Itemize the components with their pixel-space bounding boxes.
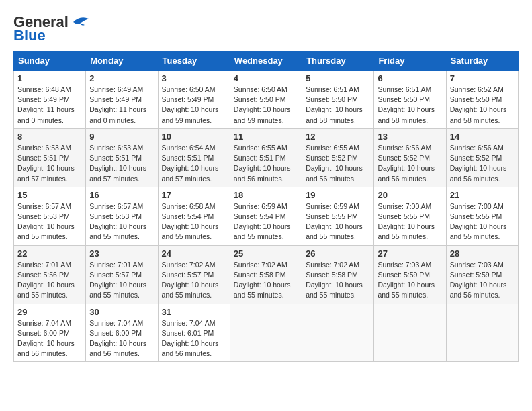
day-number: 19 bbox=[306, 190, 370, 200]
day-number: 7 bbox=[450, 73, 515, 83]
day-number: 10 bbox=[162, 132, 226, 142]
calendar-cell: 15 Sunrise: 6:57 AM Sunset: 5:53 PM Dayl… bbox=[14, 187, 86, 245]
day-info: Sunrise: 6:54 AM Sunset: 5:51 PM Dayligh… bbox=[162, 143, 226, 184]
day-number: 26 bbox=[306, 248, 370, 259]
day-info: Sunrise: 7:01 AM Sunset: 5:56 PM Dayligh… bbox=[17, 260, 82, 301]
calendar-cell: 7 Sunrise: 6:52 AM Sunset: 5:50 PM Dayli… bbox=[446, 71, 518, 129]
calendar-cell: 19 Sunrise: 6:59 AM Sunset: 5:55 PM Dayl… bbox=[302, 187, 374, 245]
day-number: 30 bbox=[89, 307, 154, 317]
day-number: 15 bbox=[17, 190, 82, 200]
calendar-cell: 5 Sunrise: 6:51 AM Sunset: 5:50 PM Dayli… bbox=[302, 71, 374, 129]
calendar-cell: 8 Sunrise: 6:53 AM Sunset: 5:51 PM Dayli… bbox=[14, 128, 86, 187]
calendar-cell: 1 Sunrise: 6:48 AM Sunset: 5:49 PM Dayli… bbox=[14, 71, 86, 129]
calendar-cell: 2 Sunrise: 6:49 AM Sunset: 5:49 PM Dayli… bbox=[86, 71, 158, 129]
day-number: 4 bbox=[234, 73, 298, 83]
week-row-1: 1 Sunrise: 6:48 AM Sunset: 5:49 PM Dayli… bbox=[14, 71, 519, 129]
day-info: Sunrise: 7:00 AM Sunset: 5:55 PM Dayligh… bbox=[378, 201, 442, 242]
day-info: Sunrise: 6:53 AM Sunset: 5:51 PM Dayligh… bbox=[17, 143, 82, 184]
logo-blue-text: Blue bbox=[13, 27, 46, 44]
day-info: Sunrise: 6:59 AM Sunset: 5:54 PM Dayligh… bbox=[234, 201, 298, 242]
calendar-cell: 9 Sunrise: 6:53 AM Sunset: 5:51 PM Dayli… bbox=[86, 128, 158, 187]
day-info: Sunrise: 7:02 AM Sunset: 5:58 PM Dayligh… bbox=[306, 260, 370, 301]
col-header-thursday: Thursday bbox=[302, 52, 374, 71]
calendar-cell: 14 Sunrise: 6:56 AM Sunset: 5:52 PM Dayl… bbox=[446, 128, 518, 187]
day-number: 9 bbox=[89, 132, 154, 142]
calendar-cell: 13 Sunrise: 6:56 AM Sunset: 5:52 PM Dayl… bbox=[374, 128, 446, 187]
calendar-cell: 17 Sunrise: 6:58 AM Sunset: 5:54 PM Dayl… bbox=[158, 187, 230, 245]
day-number: 13 bbox=[378, 132, 442, 142]
calendar-cell: 25 Sunrise: 7:02 AM Sunset: 5:58 PM Dayl… bbox=[230, 245, 302, 304]
calendar-cell bbox=[374, 304, 446, 362]
day-info: Sunrise: 7:04 AM Sunset: 6:01 PM Dayligh… bbox=[162, 318, 226, 359]
day-info: Sunrise: 6:59 AM Sunset: 5:55 PM Dayligh… bbox=[306, 201, 370, 242]
calendar-cell bbox=[446, 304, 518, 362]
day-number: 14 bbox=[450, 132, 515, 142]
day-info: Sunrise: 6:52 AM Sunset: 5:50 PM Dayligh… bbox=[450, 85, 515, 126]
calendar-cell: 12 Sunrise: 6:55 AM Sunset: 5:52 PM Dayl… bbox=[302, 128, 374, 187]
calendar-cell bbox=[302, 304, 374, 362]
logo: General Blue bbox=[13, 13, 90, 44]
calendar-cell bbox=[230, 304, 302, 362]
col-header-sunday: Sunday bbox=[14, 52, 86, 71]
day-info: Sunrise: 6:55 AM Sunset: 5:51 PM Dayligh… bbox=[234, 143, 298, 184]
day-number: 25 bbox=[234, 248, 298, 259]
page-header: General Blue bbox=[13, 13, 519, 44]
day-info: Sunrise: 7:02 AM Sunset: 5:57 PM Dayligh… bbox=[162, 260, 226, 301]
calendar-cell: 10 Sunrise: 6:54 AM Sunset: 5:51 PM Dayl… bbox=[158, 128, 230, 187]
calendar-cell: 26 Sunrise: 7:02 AM Sunset: 5:58 PM Dayl… bbox=[302, 245, 374, 304]
col-header-saturday: Saturday bbox=[446, 52, 518, 71]
day-info: Sunrise: 7:03 AM Sunset: 5:59 PM Dayligh… bbox=[450, 260, 515, 301]
day-info: Sunrise: 7:03 AM Sunset: 5:59 PM Dayligh… bbox=[378, 260, 442, 301]
day-info: Sunrise: 7:01 AM Sunset: 5:57 PM Dayligh… bbox=[89, 260, 154, 301]
day-info: Sunrise: 7:04 AM Sunset: 6:00 PM Dayligh… bbox=[17, 318, 82, 359]
day-number: 24 bbox=[162, 248, 226, 259]
calendar-cell: 4 Sunrise: 6:50 AM Sunset: 5:50 PM Dayli… bbox=[230, 71, 302, 129]
day-number: 21 bbox=[450, 190, 515, 200]
calendar-cell: 3 Sunrise: 6:50 AM Sunset: 5:49 PM Dayli… bbox=[158, 71, 230, 129]
calendar-cell: 6 Sunrise: 6:51 AM Sunset: 5:50 PM Dayli… bbox=[374, 71, 446, 129]
day-info: Sunrise: 6:50 AM Sunset: 5:50 PM Dayligh… bbox=[234, 85, 298, 126]
day-info: Sunrise: 6:53 AM Sunset: 5:51 PM Dayligh… bbox=[89, 143, 154, 184]
day-number: 3 bbox=[162, 73, 226, 83]
day-number: 18 bbox=[234, 190, 298, 200]
calendar-cell: 29 Sunrise: 7:04 AM Sunset: 6:00 PM Dayl… bbox=[14, 304, 86, 362]
day-info: Sunrise: 7:00 AM Sunset: 5:55 PM Dayligh… bbox=[450, 201, 515, 242]
day-number: 17 bbox=[162, 190, 226, 200]
col-header-friday: Friday bbox=[374, 52, 446, 71]
day-info: Sunrise: 7:02 AM Sunset: 5:58 PM Dayligh… bbox=[234, 260, 298, 301]
day-number: 22 bbox=[17, 248, 82, 259]
col-header-wednesday: Wednesday bbox=[230, 52, 302, 71]
calendar-cell: 18 Sunrise: 6:59 AM Sunset: 5:54 PM Dayl… bbox=[230, 187, 302, 245]
col-header-tuesday: Tuesday bbox=[158, 52, 230, 71]
day-info: Sunrise: 6:50 AM Sunset: 5:49 PM Dayligh… bbox=[162, 85, 226, 126]
day-number: 2 bbox=[89, 73, 154, 83]
week-row-3: 15 Sunrise: 6:57 AM Sunset: 5:53 PM Dayl… bbox=[14, 187, 519, 245]
calendar-cell: 22 Sunrise: 7:01 AM Sunset: 5:56 PM Dayl… bbox=[14, 245, 86, 304]
day-number: 28 bbox=[450, 248, 515, 259]
day-number: 8 bbox=[17, 132, 82, 142]
day-info: Sunrise: 7:04 AM Sunset: 6:00 PM Dayligh… bbox=[89, 318, 154, 359]
day-number: 29 bbox=[17, 307, 82, 317]
logo-bird-icon bbox=[70, 15, 90, 29]
day-info: Sunrise: 6:56 AM Sunset: 5:52 PM Dayligh… bbox=[378, 143, 442, 184]
day-info: Sunrise: 6:56 AM Sunset: 5:52 PM Dayligh… bbox=[450, 143, 515, 184]
day-number: 27 bbox=[378, 248, 442, 259]
day-info: Sunrise: 6:58 AM Sunset: 5:54 PM Dayligh… bbox=[162, 201, 226, 242]
calendar-cell: 16 Sunrise: 6:57 AM Sunset: 5:53 PM Dayl… bbox=[86, 187, 158, 245]
calendar-cell: 11 Sunrise: 6:55 AM Sunset: 5:51 PM Dayl… bbox=[230, 128, 302, 187]
day-number: 1 bbox=[17, 73, 82, 83]
day-number: 31 bbox=[162, 307, 226, 317]
day-info: Sunrise: 6:57 AM Sunset: 5:53 PM Dayligh… bbox=[17, 201, 82, 242]
day-number: 5 bbox=[306, 73, 370, 83]
day-number: 11 bbox=[234, 132, 298, 142]
week-row-4: 22 Sunrise: 7:01 AM Sunset: 5:56 PM Dayl… bbox=[14, 245, 519, 304]
calendar-cell: 23 Sunrise: 7:01 AM Sunset: 5:57 PM Dayl… bbox=[86, 245, 158, 304]
day-info: Sunrise: 6:48 AM Sunset: 5:49 PM Dayligh… bbox=[17, 85, 82, 126]
day-info: Sunrise: 6:49 AM Sunset: 5:49 PM Dayligh… bbox=[89, 85, 154, 126]
calendar-cell: 31 Sunrise: 7:04 AM Sunset: 6:01 PM Dayl… bbox=[158, 304, 230, 362]
day-number: 16 bbox=[89, 190, 154, 200]
day-info: Sunrise: 6:51 AM Sunset: 5:50 PM Dayligh… bbox=[306, 85, 370, 126]
day-info: Sunrise: 6:57 AM Sunset: 5:53 PM Dayligh… bbox=[89, 201, 154, 242]
calendar-cell: 28 Sunrise: 7:03 AM Sunset: 5:59 PM Dayl… bbox=[446, 245, 518, 304]
day-number: 23 bbox=[89, 248, 154, 259]
